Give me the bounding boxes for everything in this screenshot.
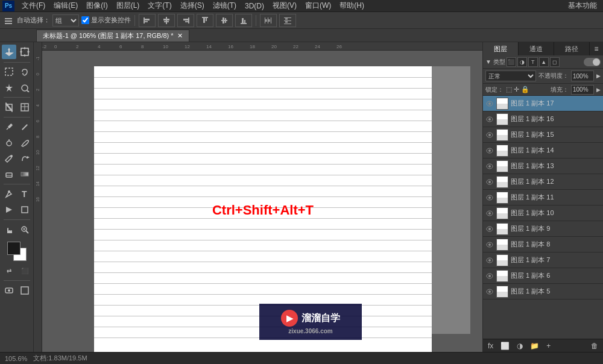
panel-menu-icon[interactable]: ≡ (590, 42, 603, 55)
layer-item[interactable]: 图层 1 副本 6 (483, 268, 603, 284)
fill-input[interactable] (571, 85, 594, 95)
layer-item[interactable]: 图层 1 副本 9 (483, 221, 603, 237)
lock-all-btn[interactable]: 🔒 (521, 86, 529, 93)
layer-item[interactable]: 图层 1 副本 13 (483, 158, 603, 174)
align-bottom-button[interactable] (235, 14, 252, 27)
layer-item[interactable]: 图层 1 副本 7 (483, 253, 603, 268)
layer-item[interactable]: 图层 1 副本 17 (483, 96, 603, 111)
layer-visibility-icon[interactable] (485, 131, 494, 139)
lock-pixel-btn[interactable]: ⬚ (506, 86, 512, 93)
filter-shape-btn[interactable]: ▲ (539, 57, 549, 67)
brush-tool[interactable] (17, 136, 32, 150)
move-tool[interactable] (2, 45, 16, 59)
layer-delete-button[interactable]: 🗑 (589, 340, 601, 351)
layer-visibility-icon[interactable] (485, 162, 494, 171)
tab-paths[interactable]: 路径 (554, 42, 590, 55)
menu-window[interactable]: 窗口(W) (302, 0, 335, 12)
crop-tool[interactable] (2, 100, 16, 115)
menu-select[interactable]: 选择(S) (177, 0, 208, 12)
layer-item[interactable]: 图层 1 副本 14 (483, 143, 603, 158)
menu-image[interactable]: 图像(I) (83, 0, 111, 12)
align-left-button[interactable] (139, 14, 156, 27)
screen-mode-button[interactable] (17, 283, 32, 298)
opacity-input[interactable] (571, 71, 594, 81)
menu-layer[interactable]: 图层(L) (113, 0, 144, 12)
foreground-color-swatch[interactable] (7, 242, 21, 255)
color-swatches[interactable] (7, 242, 27, 261)
align-top-button[interactable] (197, 14, 213, 27)
align-hcenter-button[interactable] (158, 14, 175, 27)
magic-wand-tool[interactable] (2, 80, 16, 95)
layer-visibility-icon[interactable] (485, 146, 494, 155)
layer-item[interactable]: 图层 1 副本 16 (483, 111, 603, 127)
layer-visibility-icon[interactable] (485, 225, 494, 233)
distribute-hcenter-button[interactable] (279, 14, 296, 27)
artboard-tool[interactable] (17, 45, 32, 59)
shape-tool[interactable] (17, 202, 32, 217)
history-brush-tool[interactable] (17, 151, 32, 166)
quick-select-tool[interactable] (17, 80, 32, 95)
type-tool[interactable]: T (17, 187, 32, 201)
switch-colors-button[interactable]: ⇄ (2, 263, 16, 278)
zoom-tool[interactable] (17, 222, 32, 237)
layer-visibility-icon[interactable] (485, 178, 494, 186)
layer-item[interactable]: 图层 1 副本 8 (483, 237, 603, 253)
spot-heal-tool[interactable] (2, 136, 16, 150)
filter-smartobj-btn[interactable]: ◻ (550, 57, 560, 67)
layer-visibility-icon[interactable] (485, 209, 494, 218)
lock-pos-btn[interactable]: ✛ (514, 86, 519, 93)
layer-item[interactable]: 图层 1 副本 11 (483, 190, 603, 206)
layer-new-button[interactable]: + (544, 340, 553, 351)
clone-tool[interactable] (2, 151, 16, 166)
menu-help[interactable]: 帮助(H) (336, 0, 368, 12)
align-vcenter-button[interactable] (216, 14, 233, 27)
layer-visibility-icon[interactable] (485, 240, 494, 249)
menu-filter[interactable]: 滤镜(T) (209, 0, 240, 12)
filter-text-btn[interactable]: T (528, 57, 538, 67)
menu-view[interactable]: 视图(V) (269, 0, 300, 12)
layer-item[interactable]: 图层 1 副本 15 (483, 127, 603, 143)
fill-arrow[interactable]: ▶ (596, 87, 601, 93)
layer-item[interactable]: 图层 1 副本 10 (483, 206, 603, 221)
layer-visibility-icon[interactable] (485, 115, 494, 124)
layer-adjust-button[interactable]: ◑ (514, 340, 525, 351)
menu-3d[interactable]: 3D(D) (241, 1, 268, 11)
eraser-tool[interactable] (2, 167, 16, 181)
tab-close-icon[interactable]: ✕ (177, 32, 183, 40)
layer-visibility-icon[interactable] (485, 193, 494, 202)
filter-pixel-btn[interactable]: ⬛ (507, 57, 516, 67)
layer-visibility-icon[interactable] (485, 256, 494, 265)
eyedropper-tool[interactable] (2, 120, 16, 134)
layer-visibility-icon[interactable] (485, 272, 494, 280)
slice-tool[interactable] (17, 100, 32, 115)
gradient-tool[interactable] (17, 167, 32, 181)
show-transform-checkbox[interactable] (81, 16, 89, 24)
lasso-tool[interactable] (17, 64, 32, 79)
align-right-button[interactable] (177, 14, 194, 27)
menu-text[interactable]: 文字(T) (144, 0, 175, 12)
auto-select-dropdown[interactable]: 组图层 (52, 14, 79, 27)
ruler-tool[interactable] (17, 120, 32, 134)
filter-adjust-btn[interactable]: ◑ (517, 57, 527, 67)
opacity-arrow[interactable]: ▶ (596, 73, 601, 79)
layer-fx-button[interactable]: fx (485, 340, 496, 351)
layer-item[interactable]: 图层 1 副本 12 (483, 174, 603, 190)
pen-tool[interactable] (2, 187, 16, 201)
quick-mask-button[interactable] (2, 283, 16, 298)
menu-edit[interactable]: 编辑(E) (50, 0, 81, 12)
hand-tool[interactable] (2, 222, 16, 237)
layer-visibility-icon[interactable] (485, 287, 494, 296)
document-tab[interactable]: 未标题-1 @ 106% (图层 1 副本 17, RGB/8) * ✕ (36, 30, 189, 42)
layer-visibility-icon[interactable] (485, 99, 494, 108)
layer-mask-button[interactable]: ⬜ (498, 340, 512, 351)
filter-toggle[interactable] (584, 58, 601, 66)
layer-item[interactable]: 图层 1 副本 5 (483, 284, 603, 300)
distribute-left-button[interactable] (260, 14, 277, 27)
path-select-tool[interactable] (2, 202, 16, 217)
tab-channels[interactable]: 通道 (519, 42, 554, 55)
layer-group-button[interactable]: 📁 (528, 340, 541, 351)
workspace-button[interactable]: 基本功能 (564, 0, 601, 12)
menu-file[interactable]: 文件(F) (18, 0, 49, 12)
rect-select-tool[interactable] (2, 64, 16, 79)
tool-options-icon[interactable] (2, 14, 14, 27)
